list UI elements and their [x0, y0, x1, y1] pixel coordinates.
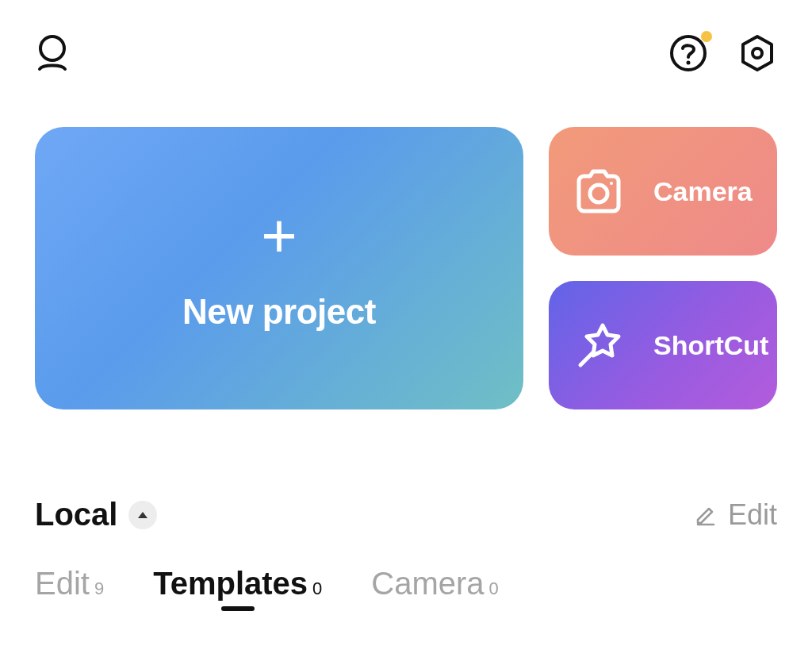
app-header — [0, 0, 812, 87]
svg-point-2 — [687, 61, 691, 65]
svg-line-7 — [580, 352, 593, 365]
tab-label: Templates — [153, 566, 308, 602]
svg-point-4 — [753, 48, 762, 58]
plus-icon: + — [261, 205, 297, 267]
svg-point-1 — [672, 37, 705, 70]
edit-button[interactable]: Edit — [693, 498, 777, 532]
cards-area: + New project Camera ShortCut — [0, 87, 812, 409]
header-right — [669, 33, 777, 76]
tabs: Edit 9 Templates 0 Camera 0 — [0, 532, 812, 602]
local-header: Local Edit — [35, 497, 777, 532]
svg-point-6 — [610, 182, 613, 185]
local-title-group: Local — [35, 497, 157, 532]
notification-dot-icon — [701, 31, 712, 42]
local-title: Local — [35, 497, 117, 532]
camera-icon — [571, 163, 626, 219]
new-project-button[interactable]: + New project — [35, 127, 523, 409]
collapse-button[interactable] — [128, 501, 157, 529]
tab-label: Camera — [371, 566, 484, 602]
tab-templates[interactable]: Templates 0 — [153, 566, 322, 602]
magic-wand-icon — [571, 317, 626, 373]
help-icon — [669, 34, 707, 75]
profile-icon[interactable] — [35, 34, 70, 75]
camera-button[interactable]: Camera — [549, 127, 777, 256]
tab-count: 0 — [312, 579, 322, 599]
tab-count: 9 — [94, 579, 104, 599]
svg-marker-8 — [138, 512, 147, 518]
pencil-icon — [693, 502, 718, 528]
local-section: Local Edit — [0, 409, 812, 532]
shortcut-label: ShortCut — [653, 330, 768, 361]
tab-label: Edit — [35, 566, 90, 602]
help-button[interactable] — [669, 34, 707, 75]
svg-point-5 — [590, 185, 607, 202]
new-project-label: New project — [182, 292, 376, 332]
header-left — [35, 34, 70, 75]
tab-edit[interactable]: Edit 9 — [35, 566, 104, 602]
edit-button-label: Edit — [728, 498, 777, 532]
svg-marker-3 — [743, 37, 772, 70]
shortcut-button[interactable]: ShortCut — [549, 281, 777, 409]
camera-label: Camera — [653, 176, 753, 207]
side-cards: Camera ShortCut — [549, 127, 777, 409]
chevron-up-icon — [136, 510, 149, 520]
tab-camera[interactable]: Camera 0 — [371, 566, 499, 602]
tab-count: 0 — [489, 579, 499, 599]
svg-point-0 — [40, 37, 64, 60]
settings-icon[interactable] — [737, 33, 777, 76]
